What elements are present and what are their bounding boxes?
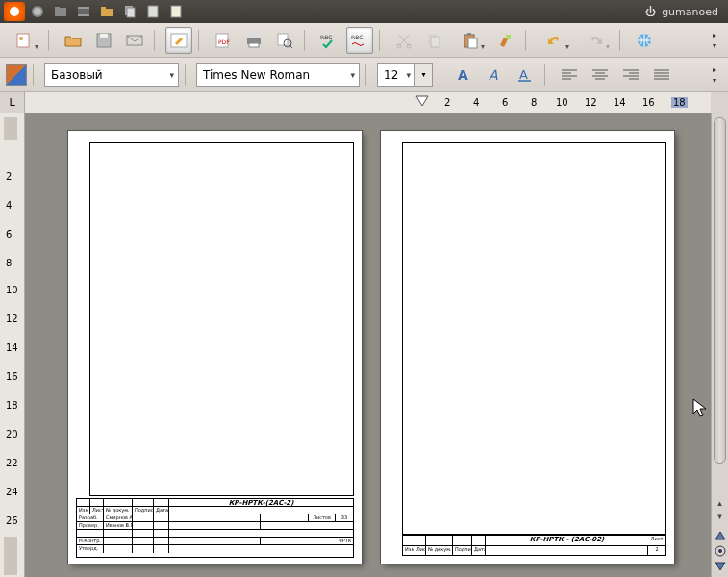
- video-icon[interactable]: [73, 2, 94, 21]
- drawing-frame: [402, 142, 666, 535]
- svg-rect-12: [171, 6, 181, 17]
- firefox-icon[interactable]: [27, 2, 48, 21]
- svg-text:A: A: [458, 67, 468, 83]
- svg-rect-13: [17, 34, 29, 47]
- page-1: КР-НРТК-(2АС-2) Изм Лист № докум. Подпис…: [68, 131, 362, 564]
- hyperlink-button[interactable]: [631, 27, 658, 54]
- document2-icon[interactable]: [165, 2, 187, 21]
- vertical-scrollbar[interactable]: ▴ ▾: [711, 113, 728, 577]
- align-right-button[interactable]: [617, 62, 644, 88]
- svg-rect-22: [249, 34, 259, 38]
- vertical-ruler[interactable]: 2 4 6 8 10 12 14 16 18 20 22 24 26: [0, 113, 25, 577]
- toolbar-overflow-button[interactable]: ▸▾: [707, 27, 722, 54]
- svg-text:A: A: [489, 67, 498, 83]
- font-name-combo[interactable]: Times New Roman: [196, 63, 360, 87]
- svg-rect-31: [431, 37, 439, 47]
- ubuntu-launcher-icon[interactable]: [4, 2, 25, 21]
- format-paintbrush-button[interactable]: [492, 27, 519, 54]
- export-pdf-button[interactable]: PDF: [210, 27, 237, 54]
- svg-rect-6: [78, 14, 89, 16]
- underline-button[interactable]: A: [512, 62, 539, 88]
- workspace: L 2 4 6 8 10 12 14 16 18 2 4 6 8 10 12 1…: [0, 92, 728, 577]
- page-down-icon[interactable]: [714, 560, 727, 573]
- ruler-corner: L: [0, 92, 25, 113]
- svg-rect-10: [127, 8, 135, 17]
- open-button[interactable]: [60, 27, 87, 54]
- drawing-frame: [89, 142, 354, 496]
- svg-point-42: [718, 549, 722, 553]
- svg-text:RBC: RBC: [320, 34, 332, 40]
- paragraph-style-combo[interactable]: Базовый: [44, 63, 179, 87]
- svg-rect-34: [468, 38, 477, 48]
- navigator-icon[interactable]: [714, 544, 727, 558]
- copy-button[interactable]: [421, 27, 448, 54]
- svg-rect-3: [55, 7, 60, 10]
- bold-button[interactable]: A: [450, 62, 477, 88]
- horizontal-ruler[interactable]: 2 4 6 8 10 12 14 16 18: [25, 92, 711, 113]
- align-center-button[interactable]: [587, 62, 614, 88]
- spellcheck-button[interactable]: RBC: [315, 27, 342, 54]
- new-document-button[interactable]: [6, 27, 42, 54]
- print-button[interactable]: [240, 27, 267, 54]
- scroll-down-icon[interactable]: ▾: [712, 512, 728, 527]
- undo-button[interactable]: [537, 27, 573, 54]
- styles-formatting-button[interactable]: [6, 64, 27, 86]
- folder-icon[interactable]: [96, 2, 117, 21]
- standard-toolbar: PDF RBC RBC ▸▾: [0, 23, 728, 58]
- italic-button[interactable]: A: [481, 62, 508, 88]
- user-name[interactable]: gumanoed: [662, 6, 718, 18]
- svg-point-14: [19, 37, 23, 40]
- svg-rect-5: [78, 7, 89, 9]
- document-canvas[interactable]: КР-НРТК-(2АС-2) Изм Лист № докум. Подпис…: [25, 113, 711, 577]
- svg-rect-7: [101, 9, 113, 16]
- print-preview-button[interactable]: [271, 27, 298, 54]
- paste-button[interactable]: [452, 27, 489, 54]
- svg-rect-11: [148, 6, 158, 17]
- svg-point-1: [34, 8, 41, 15]
- svg-text:PDF: PDF: [218, 38, 230, 45]
- system-panel: ⏻ gumanoed: [0, 0, 728, 23]
- svg-text:RBC: RBC: [351, 34, 363, 40]
- power-icon[interactable]: ⏻: [645, 6, 656, 18]
- svg-rect-33: [467, 33, 471, 36]
- align-justify-button[interactable]: [648, 62, 675, 88]
- font-size-stepper[interactable]: ▾: [415, 63, 433, 87]
- svg-rect-8: [101, 7, 106, 10]
- svg-rect-35: [506, 35, 511, 39]
- cut-button[interactable]: [390, 27, 417, 54]
- redo-button[interactable]: [577, 27, 614, 54]
- auto-spellcheck-button[interactable]: RBC: [346, 27, 373, 54]
- align-left-button[interactable]: [556, 62, 583, 88]
- writer-window: PDF RBC RBC ▸▾ Базовый Times New Roman 1…: [0, 23, 728, 577]
- svg-rect-23: [249, 43, 259, 47]
- scrollbar-thumb[interactable]: [714, 117, 726, 464]
- formatting-toolbar: Базовый Times New Roman 12 ▾ A A A ▸▾: [0, 58, 728, 92]
- files-icon[interactable]: [50, 2, 71, 21]
- indent-marker-icon[interactable]: [414, 94, 430, 110]
- title-block-2: КР-НРТК - (2АС-02) Лист Изм Лист № докум…: [402, 535, 666, 556]
- title-block-1: КР-НРТК-(2АС-2) Изм Лист № докум. Подпис…: [76, 498, 354, 558]
- document1-icon[interactable]: [142, 2, 163, 21]
- svg-rect-16: [100, 34, 108, 38]
- formatting-overflow-button[interactable]: ▸▾: [707, 62, 722, 88]
- edit-mode-button[interactable]: [165, 27, 192, 54]
- copy-files-icon[interactable]: [119, 2, 140, 21]
- svg-text:A: A: [519, 67, 528, 82]
- page-up-icon[interactable]: [714, 529, 727, 542]
- mail-button[interactable]: [121, 27, 148, 54]
- save-button[interactable]: [90, 27, 117, 54]
- page-2: КР-НРТК - (2АС-02) Лист Изм Лист № докум…: [381, 131, 674, 564]
- font-size-combo[interactable]: 12: [377, 63, 415, 87]
